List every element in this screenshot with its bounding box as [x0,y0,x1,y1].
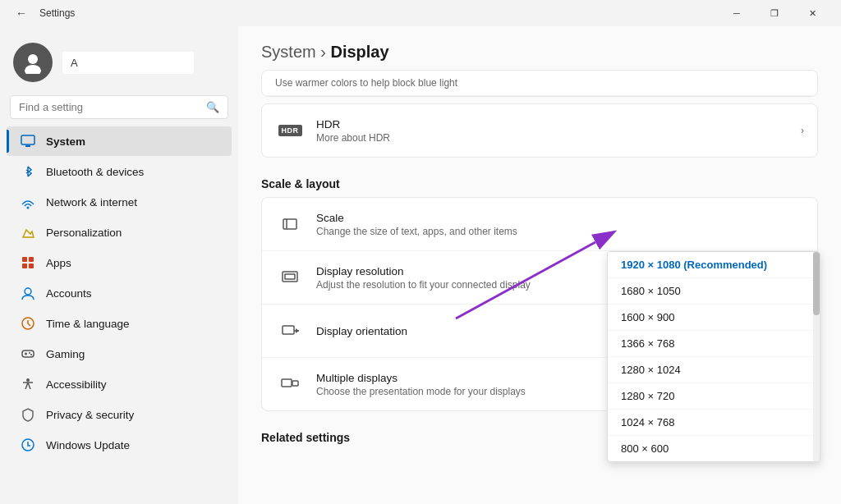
search-input[interactable] [19,101,200,113]
blue-light-text: Use warmer colors to help block blue lig… [262,71,817,96]
scale-subtitle: Change the size of text, apps, and other… [316,226,804,237]
gaming-icon [20,346,36,362]
sidebar-item-bluetooth[interactable]: Bluetooth & devices [7,157,232,186]
multiple-displays-icon [275,369,305,399]
resolution-option[interactable]: 1280 × 1024 [608,357,820,383]
hdr-chevron: › [801,125,804,136]
scale-layout-title: Scale & layout [261,164,818,197]
scale-title: Scale [316,212,804,224]
display-resolution-icon [275,263,305,292]
svg-rect-26 [292,381,298,386]
scrollbar-thumb [813,252,820,315]
svg-point-14 [29,352,30,354]
resolution-dropdown[interactable]: 1920 × 1080 (Recommended)1680 × 10501600… [607,251,820,462]
svg-rect-6 [29,257,34,262]
titlebar: ← Settings ─ ❐ ✕ [0,0,841,26]
breadcrumb-separator: › [320,43,330,61]
display-orientation-icon [275,316,305,346]
resolution-option[interactable]: 800 × 600 [608,436,820,461]
hdr-text: HDR More about HDR [316,118,801,144]
back-button[interactable]: ← [10,2,33,25]
sidebar-item-time[interactable]: Time & language [7,309,232,338]
scale-row[interactable]: Scale Change the size of text, apps, and… [262,198,817,251]
resolution-option[interactable]: 1680 × 1050 [608,278,820,305]
nav-item-label: System [46,135,85,148]
hdr-subtitle: More about HDR [316,132,801,144]
breadcrumb: System [261,43,316,61]
resolution-option[interactable]: 1920 × 1080 (Recommended) [608,252,820,278]
svg-rect-7 [22,263,27,268]
app-body: A 🔍 SystemBluetooth & devicesNetwork & i… [0,26,841,504]
dropdown-scrollbar[interactable] [813,252,820,461]
system-icon [20,133,36,149]
sidebar-item-gaming[interactable]: Gaming [7,339,232,369]
resolution-option[interactable]: 1600 × 900 [608,305,820,331]
hdr-title: HDR [316,118,801,131]
svg-rect-11 [22,351,34,357]
accessibility-icon [20,376,36,392]
nav-item-label: Personalization [46,227,122,239]
svg-rect-8 [29,263,34,268]
svg-point-0 [28,54,38,64]
content-area: System › Display Use warmer colors to he… [238,26,841,504]
active-indicator [7,130,9,153]
scale-layout-card: Scale Change the size of text, apps, and… [261,197,818,411]
update-icon [20,437,36,453]
blue-light-card: Use warmer colors to help block blue lig… [261,70,818,97]
nav-item-label: Network & internet [46,196,137,208]
close-button[interactable]: ✕ [793,0,831,26]
nav-item-label: Privacy & security [46,409,134,421]
privacy-icon [20,406,36,423]
avatar [13,43,53,82]
sidebar-item-apps[interactable]: Apps [7,248,232,277]
nav-item-label: Windows Update [46,439,130,451]
sidebar-item-privacy[interactable]: Privacy & security [7,400,232,429]
svg-rect-25 [282,379,292,387]
svg-rect-23 [283,326,294,334]
search-box[interactable]: 🔍 [10,95,228,119]
display-resolution-row[interactable]: Display resolution Adjust the resolution… [262,251,817,305]
svg-point-4 [27,207,30,209]
sidebar-item-accessibility[interactable]: Accessibility [7,369,232,399]
page-title: Display [330,43,388,61]
content-inner: Use warmer colors to help block blue lig… [238,70,841,467]
accounts-icon [20,285,36,301]
dropdown-items: 1920 × 1080 (Recommended)1680 × 10501600… [608,252,820,461]
nav-item-label: Apps [46,257,71,269]
page-header: System › Display [238,26,841,70]
search-icon: 🔍 [206,101,219,113]
maximize-button[interactable]: ❐ [756,0,793,26]
nav-item-label: Time & language [46,318,130,330]
svg-point-1 [25,65,41,74]
nav-item-label: Gaming [46,348,85,360]
app-title: Settings [39,7,75,19]
sidebar-item-update[interactable]: Windows Update [7,430,232,460]
user-name[interactable]: A [62,52,194,74]
svg-rect-22 [285,274,295,279]
resolution-option[interactable]: 1024 × 768 [608,410,820,436]
resolution-option[interactable]: 1280 × 720 [608,383,820,410]
resolution-option[interactable]: 1366 × 768 [608,331,820,357]
sidebar-item-system[interactable]: System [7,126,232,156]
hdr-card: HDR HDR More about HDR › [261,103,818,158]
svg-point-15 [30,354,32,355]
sidebar-item-accounts[interactable]: Accounts [7,278,232,308]
svg-point-16 [26,378,30,382]
scale-text: Scale Change the size of text, apps, and… [316,212,804,237]
svg-rect-5 [22,257,27,262]
nav-item-label: Bluetooth & devices [46,166,144,178]
scale-icon [275,209,305,239]
time-icon [20,315,36,332]
nav-item-label: Accessibility [46,378,107,391]
nav-item-label: Accounts [46,287,92,300]
minimize-button[interactable]: ─ [718,0,756,26]
bluetooth-icon [20,163,36,180]
hdr-row[interactable]: HDR HDR More about HDR › [262,104,817,157]
sidebar-item-network[interactable]: Network & internet [7,187,232,217]
window-controls: ─ ❐ ✕ [718,0,831,26]
user-section: A [0,33,238,95]
sidebar-item-personalization[interactable]: Personalization [7,218,232,247]
nav-container: SystemBluetooth & devicesNetwork & inter… [0,126,238,460]
network-icon [20,194,36,210]
hdr-icon-label: HDR [278,125,302,136]
